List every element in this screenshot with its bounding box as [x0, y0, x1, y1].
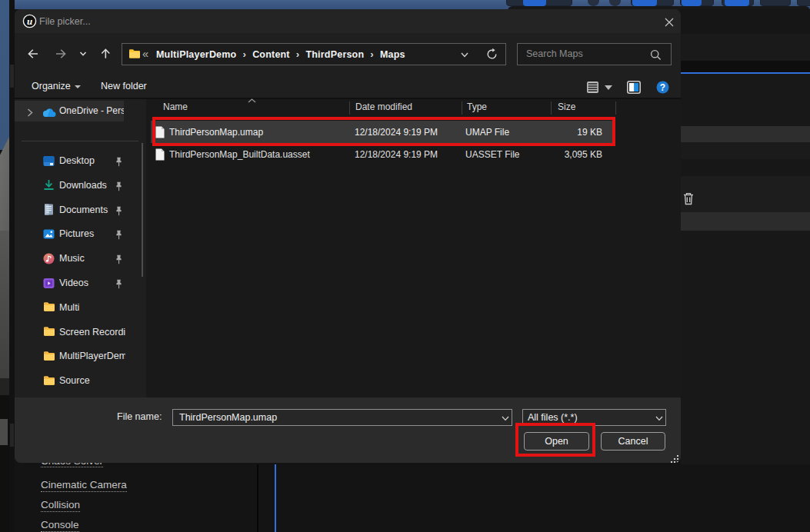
svg-text:u: u	[27, 15, 32, 27]
svg-text:?: ?	[660, 82, 665, 93]
